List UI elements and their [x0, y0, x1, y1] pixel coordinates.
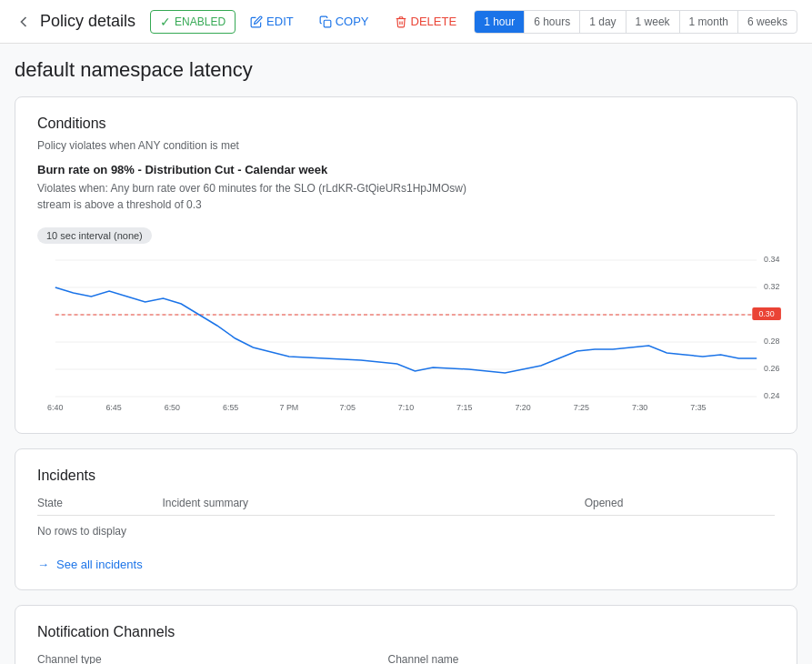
policy-name: default namespace latency — [15, 58, 797, 82]
copy-button[interactable]: COPY — [308, 11, 380, 32]
svg-text:7:35: 7:35 — [690, 403, 706, 412]
incidents-col-summary: Incident summary — [162, 491, 584, 516]
time-range-1hour[interactable]: 1 hour — [475, 11, 525, 33]
svg-text:7:05: 7:05 — [340, 403, 356, 412]
incidents-empty-text: No rows to display — [37, 525, 126, 538]
incidents-table: State Incident summary Opened No rows to… — [37, 491, 775, 547]
notification-channels-title: Notification Channels — [37, 624, 775, 640]
notification-channels-card: Notification Channels Channel type Chann… — [15, 605, 797, 664]
incidents-title: Incidents — [37, 468, 775, 484]
channels-col-type: Channel type — [37, 648, 387, 664]
chart-svg: 0.34 0.32 0.30 0.28 0.26 0.24 — [37, 251, 775, 415]
condition-detail2: stream is above a threshold of 0.3 — [37, 196, 775, 213]
svg-text:6:55: 6:55 — [223, 403, 238, 412]
svg-text:6:50: 6:50 — [165, 403, 180, 412]
conditions-card: Conditions Policy violates when ANY cond… — [15, 96, 797, 434]
svg-text:0.30: 0.30 — [758, 309, 774, 318]
main-content: default namespace latency Conditions Pol… — [0, 44, 812, 664]
arrow-right-icon: → — [37, 558, 49, 571]
edit-label: EDIT — [266, 15, 294, 28]
svg-text:0.28: 0.28 — [764, 337, 779, 346]
svg-text:7:30: 7:30 — [632, 403, 647, 412]
svg-text:6:40: 6:40 — [47, 403, 63, 412]
delete-label: DELETE — [411, 15, 457, 28]
condition-name: Burn rate on 98% - Distribution Cut - Ca… — [37, 163, 775, 176]
incidents-col-state: State — [37, 491, 162, 516]
svg-text:0.32: 0.32 — [764, 282, 779, 291]
svg-text:7:15: 7:15 — [456, 403, 472, 412]
back-button[interactable] — [15, 13, 33, 31]
incidents-col-opened: Opened — [585, 491, 775, 516]
page-title: Policy details — [40, 12, 135, 31]
see-all-incidents-link[interactable]: → See all incidents — [37, 558, 775, 571]
edit-button[interactable]: EDIT — [239, 11, 305, 32]
time-range-selector: 1 hour 6 hours 1 day 1 week 1 month 6 we… — [474, 10, 797, 34]
header: Policy details ✓ ENABLED EDIT COPY DELET… — [0, 0, 812, 44]
svg-rect-0 — [324, 20, 331, 27]
time-range-1day[interactable]: 1 day — [580, 11, 626, 33]
channels-table: Channel type Channel name No rows to dis… — [37, 648, 775, 664]
incidents-no-rows: No rows to display — [37, 516, 775, 548]
header-actions: ✓ ENABLED EDIT COPY DELETE — [150, 10, 474, 34]
conditions-subtitle: Policy violates when ANY condition is me… — [37, 139, 775, 152]
time-range-1month[interactable]: 1 month — [680, 11, 738, 33]
time-range-6hours[interactable]: 6 hours — [525, 11, 580, 33]
time-range-1week[interactable]: 1 week — [627, 11, 680, 33]
time-range-6weeks[interactable]: 6 weeks — [738, 11, 797, 33]
svg-text:0.34: 0.34 — [764, 255, 779, 264]
svg-text:6:45: 6:45 — [105, 403, 121, 412]
condition-detail: Violates when: Any burn rate over 60 min… — [37, 180, 775, 196]
check-icon: ✓ — [160, 15, 171, 29]
svg-text:7:10: 7:10 — [398, 403, 414, 412]
interval-badge: 10 sec interval (none) — [37, 227, 152, 244]
svg-text:0.24: 0.24 — [764, 391, 779, 400]
chart-area: 0.34 0.32 0.30 0.28 0.26 0.24 — [37, 251, 775, 415]
status-badge: ✓ ENABLED — [150, 10, 236, 34]
channels-col-name: Channel name — [387, 648, 775, 664]
incidents-card: Incidents State Incident summary Opened … — [15, 448, 797, 590]
svg-text:0.26: 0.26 — [764, 364, 779, 373]
svg-text:7 PM: 7 PM — [280, 403, 299, 412]
conditions-title: Conditions — [37, 116, 775, 132]
svg-text:7:25: 7:25 — [574, 403, 589, 412]
copy-label: COPY — [336, 15, 369, 28]
status-label: ENABLED — [175, 15, 226, 28]
chart-container: 10 sec interval (none) 0.34 0.32 0.30 0.… — [37, 227, 775, 415]
svg-text:7:20: 7:20 — [515, 403, 530, 412]
see-all-label: See all incidents — [56, 558, 143, 571]
delete-button[interactable]: DELETE — [384, 11, 468, 32]
